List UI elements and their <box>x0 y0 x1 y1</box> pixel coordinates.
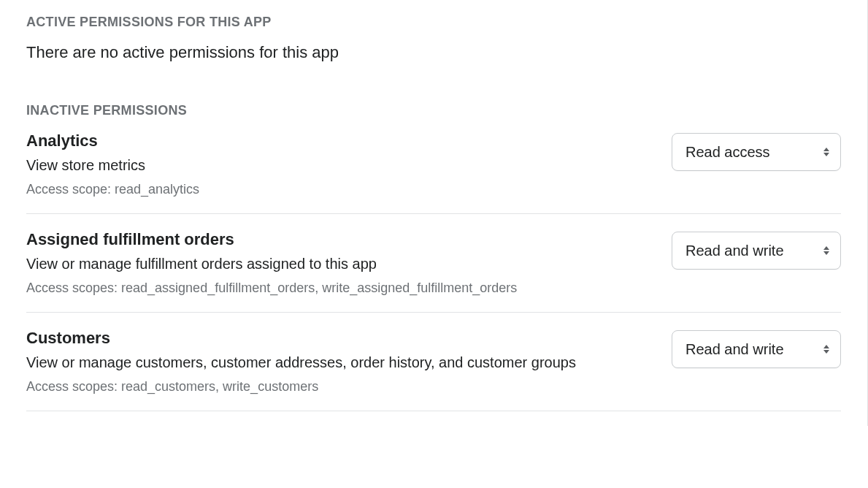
active-permissions-heading: ACTIVE PERMISSIONS FOR THIS APP <box>26 15 841 30</box>
permission-access-select-assigned-fulfillment[interactable]: No access Read access Read and write <box>672 232 841 270</box>
permission-row-customers: Customers View or manage customers, cust… <box>26 313 841 411</box>
permission-access-select-customers[interactable]: No access Read access Read and write <box>672 330 841 368</box>
inactive-permissions-heading: INACTIVE PERMISSIONS <box>26 103 841 118</box>
permission-info: Analytics View store metrics Access scop… <box>26 131 672 197</box>
permission-select-wrap: No access Read access Read and write <box>672 232 841 270</box>
permission-scope: Access scope: read_analytics <box>26 182 654 197</box>
no-active-permissions-text: There are no active permissions for this… <box>26 43 841 62</box>
permission-title: Assigned fulfillment orders <box>26 230 654 249</box>
permission-info: Assigned fulfillment orders View or mana… <box>26 230 672 296</box>
permission-row-analytics: Analytics View store metrics Access scop… <box>26 121 841 214</box>
permission-select-wrap: No access Read access Read and write <box>672 133 841 171</box>
permission-info: Customers View or manage customers, cust… <box>26 329 672 394</box>
permission-scope: Access scopes: read_customers, write_cus… <box>26 379 654 394</box>
permission-row-assigned-fulfillment: Assigned fulfillment orders View or mana… <box>26 214 841 313</box>
permission-description: View or manage customers, customer addre… <box>26 352 654 373</box>
permission-title: Customers <box>26 329 654 348</box>
permission-scope: Access scopes: read_assigned_fulfillment… <box>26 281 654 296</box>
permission-description: View or manage fulfillment orders assign… <box>26 253 654 275</box>
permission-title: Analytics <box>26 131 654 150</box>
permission-select-wrap: No access Read access Read and write <box>672 330 841 368</box>
permission-description: View store metrics <box>26 155 654 176</box>
permission-access-select-analytics[interactable]: No access Read access Read and write <box>672 133 841 171</box>
